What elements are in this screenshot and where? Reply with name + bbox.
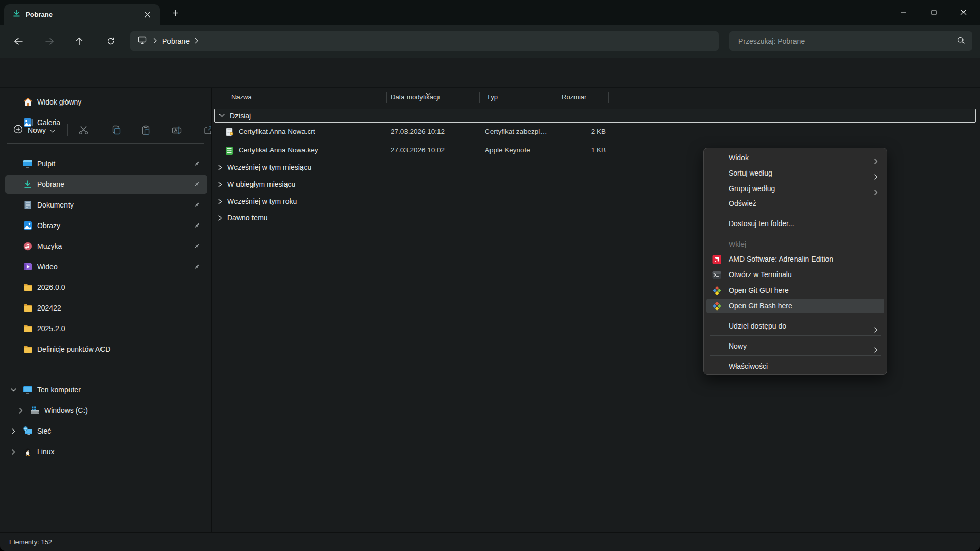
sidebar-item-folder[interactable]: 202422: [5, 299, 207, 317]
menu-item-customize-folder[interactable]: Dostosuj ten folder...: [706, 216, 884, 231]
column-header-size[interactable]: Rozmiar: [562, 88, 586, 106]
menu-item-group-by[interactable]: Grupuj według: [706, 181, 884, 196]
pictures-icon: [23, 220, 33, 231]
column-header-type[interactable]: Typ: [487, 88, 498, 106]
file-name: Certyfikat Anna Nowa.crt: [239, 128, 315, 135]
pin-icon: [193, 242, 200, 250]
command-toolbar: Nowy Sortuj: [0, 58, 980, 88]
sidebar-item-label: Sieć: [37, 427, 207, 435]
menu-item-open-in-terminal[interactable]: Otwórz w Terminalu: [706, 267, 884, 282]
group-header-today[interactable]: Dzisiaj: [214, 109, 976, 123]
address-bar[interactable]: Pobrane: [130, 31, 719, 51]
menu-item-open-git-bash[interactable]: Open Git Bash here: [706, 299, 884, 313]
sidebar-item-label: Dokumenty: [37, 201, 193, 209]
up-button[interactable]: [70, 32, 89, 50]
pin-icon: [193, 180, 200, 188]
sidebar-item-documents[interactable]: Dokumenty: [5, 196, 207, 214]
menu-item-give-access[interactable]: Udziel dostępu do: [706, 319, 884, 333]
breadcrumb-pobrane[interactable]: Pobrane: [162, 37, 190, 45]
folder-icon: [23, 282, 33, 292]
sidebar-item-folder[interactable]: 2025.2.0: [5, 319, 207, 338]
computer-icon: [23, 385, 33, 395]
sidebar-item-gallery[interactable]: Galeria: [5, 113, 207, 132]
certificate-file-icon: [225, 128, 234, 139]
sidebar-item-network[interactable]: Sieć: [5, 422, 207, 440]
chevron-expanded-icon[interactable]: [219, 114, 225, 117]
chevron-collapsed-icon[interactable]: [9, 428, 18, 434]
menu-item-sort-by[interactable]: Sortuj według: [706, 166, 884, 180]
search-icon[interactable]: [957, 37, 965, 46]
column-header-name[interactable]: Nazwa: [231, 88, 252, 106]
chevron-collapsed-icon[interactable]: [9, 449, 18, 455]
network-icon: [23, 426, 33, 436]
sidebar-item-label: Widok główny: [37, 98, 207, 106]
column-divider[interactable]: [559, 92, 559, 103]
column-header-modified[interactable]: Data modyfikacji: [391, 88, 440, 106]
tab-pobrane[interactable]: Pobrane: [4, 4, 160, 25]
minimize-button[interactable]: [892, 0, 916, 25]
menu-item-properties[interactable]: Właściwości: [706, 359, 884, 373]
sidebar-item-folder[interactable]: 2026.0.0: [5, 278, 207, 297]
menu-separator: [710, 235, 881, 235]
sidebar-item-downloads[interactable]: Pobrane: [5, 175, 207, 194]
documents-icon: [23, 200, 33, 210]
sidebar-item-linux[interactable]: Linux: [5, 442, 207, 461]
video-icon: [23, 262, 33, 272]
menu-separator: [710, 355, 881, 356]
menu-item-refresh[interactable]: Odśwież: [706, 196, 884, 211]
sidebar: Widok główny Galeria Pulpit Pobr: [0, 88, 211, 532]
menu-item-amd-software[interactable]: AMD Software: Adrenalin Edition: [706, 252, 884, 266]
tab-close-button[interactable]: [141, 8, 154, 21]
column-divider[interactable]: [386, 92, 387, 103]
column-divider[interactable]: [479, 92, 480, 103]
column-divider[interactable]: [608, 92, 609, 103]
sidebar-item-this-pc[interactable]: Ten komputer: [5, 381, 207, 399]
gallery-icon: [23, 117, 33, 128]
sidebar-item-windows-c[interactable]: Windows (C:): [5, 401, 207, 420]
sidebar-item-label: Obrazy: [37, 221, 193, 230]
breadcrumb-chevron-icon[interactable]: [153, 37, 157, 46]
sidebar-item-videos[interactable]: Wideo: [5, 257, 207, 276]
sidebar-item-label: Pobrane: [37, 180, 193, 188]
menu-item-view[interactable]: Widok: [706, 150, 884, 165]
search-input[interactable]: [729, 37, 957, 45]
titlebar: Pobrane: [0, 0, 980, 25]
file-type: Apple Keynote: [485, 146, 530, 154]
chevron-expanded-icon[interactable]: [9, 388, 18, 392]
drive-windows-icon: [30, 405, 40, 416]
chevron-collapsed-icon[interactable]: [16, 408, 25, 414]
forward-button[interactable]: [40, 32, 59, 50]
new-tab-button[interactable]: [168, 6, 182, 20]
back-button[interactable]: [9, 32, 27, 50]
menu-item-open-git-gui[interactable]: Open Git GUI here: [706, 283, 884, 298]
pin-icon: [193, 221, 200, 230]
sidebar-item-desktop[interactable]: Pulpit: [5, 154, 207, 173]
sidebar-item-home[interactable]: Widok główny: [5, 93, 207, 111]
menu-separator: [710, 213, 881, 213]
terminal-icon: [712, 270, 721, 279]
pin-icon: [193, 201, 200, 209]
close-button[interactable]: [952, 0, 975, 25]
menu-item-new[interactable]: Nowy: [706, 339, 884, 353]
sidebar-item-folder[interactable]: Definicje punktów ACD: [5, 340, 207, 358]
file-size: 2 KB: [544, 128, 606, 135]
home-icon: [23, 97, 33, 107]
desktop-icon: [23, 159, 33, 169]
sidebar-item-label: Wideo: [37, 263, 193, 271]
maximize-button[interactable]: [922, 0, 945, 25]
git-icon: [712, 286, 721, 295]
status-separator: [66, 539, 66, 546]
group-label: Dzisiaj: [230, 112, 251, 120]
sidebar-item-pictures[interactable]: Obrazy: [5, 216, 207, 235]
sidebar-item-music[interactable]: Muzyka: [5, 237, 207, 255]
sidebar-item-label: Galeria: [37, 118, 207, 127]
chevron-collapsed-icon: [218, 165, 222, 170]
file-row[interactable]: Certyfikat Anna Nowa.crt 27.03.2026 10:1…: [214, 124, 976, 141]
sidebar-item-label: Windows (C:): [44, 406, 207, 415]
desktop-breadcrumb-icon[interactable]: [138, 36, 147, 46]
download-icon: [23, 179, 33, 190]
sidebar-item-label: Definicje punktów ACD: [37, 345, 207, 353]
refresh-button[interactable]: [102, 32, 120, 50]
sidebar-divider: [7, 143, 204, 144]
breadcrumb-chevron-icon[interactable]: [195, 37, 199, 46]
